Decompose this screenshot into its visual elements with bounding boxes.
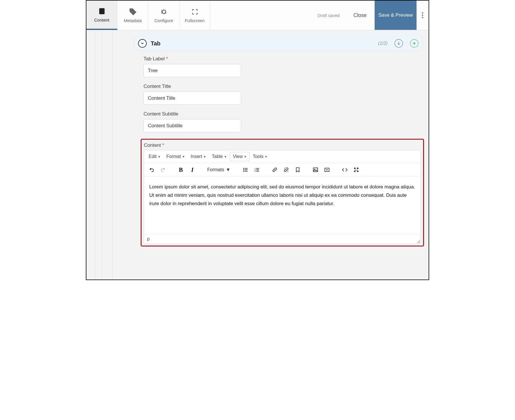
svg-point-6: [422, 15, 423, 16]
redo-icon: [160, 167, 166, 173]
tab-label-input[interactable]: [144, 64, 241, 77]
svg-rect-17: [256, 169, 259, 170]
numbered-list-button[interactable]: 123: [251, 165, 263, 175]
app-frame: Content Metadata Configure Fullscreen Dr…: [86, 0, 429, 280]
field-label: Content Title: [144, 84, 423, 89]
field-content-title: Content Title: [144, 84, 423, 105]
caret-down-icon: ▼: [182, 155, 185, 158]
collapse-toggle[interactable]: [138, 39, 147, 48]
undo-button[interactable]: [146, 165, 157, 175]
field-content-subtitle: Content Subtitle: [144, 111, 423, 132]
svg-text:3: 3: [254, 170, 255, 172]
save-preview-label: Save & Preview: [378, 12, 413, 19]
chevron-down-icon: [140, 41, 144, 45]
fullscreen-editor-button[interactable]: [351, 165, 362, 175]
svg-rect-15: [256, 168, 259, 169]
bullet-list-icon: [243, 167, 248, 173]
topbar: Content Metadata Configure Fullscreen Dr…: [86, 1, 429, 30]
editor-body[interactable]: Lorem ipsum dolor sit amet, consectetur …: [144, 177, 421, 234]
work-area: Tab (1/2) Tab Label * Content Title: [86, 30, 429, 280]
svg-point-12: [243, 171, 244, 172]
field-label: Tab Label *: [144, 56, 423, 62]
required-mark: *: [166, 56, 168, 61]
gear-icon: [160, 8, 168, 16]
draft-saved-status: Draft saved: [317, 13, 340, 18]
menu-format[interactable]: Format▼: [163, 152, 188, 161]
section-fields: Tab Label * Content Title Content Subtit…: [134, 56, 423, 132]
svg-point-7: [422, 17, 423, 18]
svg-point-10: [243, 169, 244, 170]
bold-button[interactable]: B: [175, 165, 187, 175]
menu-view[interactable]: View▼: [230, 152, 250, 161]
content-editor-highlight: Content * Edit▼ Format▼ Insert▼ Table▼ V…: [141, 139, 424, 246]
content-title-input[interactable]: [144, 92, 241, 105]
link-button[interactable]: [269, 165, 280, 175]
svg-rect-1: [100, 9, 104, 10]
editor-menubar: Edit▼ Format▼ Insert▼ Table▼ View▼ Tools…: [144, 150, 421, 163]
more-menu-button[interactable]: [417, 1, 429, 30]
add-item-button[interactable]: [410, 39, 419, 48]
svg-point-8: [243, 168, 244, 169]
section-counter: (1/2): [378, 41, 388, 46]
plus-icon: [412, 41, 417, 46]
nesting-gutters: [89, 30, 134, 280]
undo-icon: [149, 167, 154, 173]
media-button[interactable]: [321, 165, 333, 175]
formats-dropdown[interactable]: Formats▼: [204, 165, 233, 174]
content-subtitle-input[interactable]: [144, 119, 241, 132]
unlink-icon: [283, 167, 289, 173]
svg-rect-13: [245, 171, 247, 172]
tab-fullscreen[interactable]: Fullscreen: [179, 1, 210, 30]
move-down-button[interactable]: [394, 39, 403, 48]
rich-text-editor: Edit▼ Format▼ Insert▼ Table▼ View▼ Tools…: [144, 150, 421, 244]
italic-button[interactable]: I: [187, 165, 198, 175]
editor-path[interactable]: p: [147, 236, 150, 242]
tab-content[interactable]: Content: [86, 1, 117, 30]
image-icon: [313, 167, 318, 173]
italic-icon: I: [191, 166, 193, 174]
svg-rect-11: [245, 169, 247, 170]
image-button[interactable]: [310, 165, 321, 175]
menu-edit[interactable]: Edit▼: [146, 152, 163, 161]
caret-down-icon: ▼: [203, 155, 206, 158]
bookmark-icon: [295, 167, 301, 173]
redo-button[interactable]: [157, 165, 169, 175]
document-icon: [98, 7, 106, 15]
arrow-down-icon: [396, 41, 401, 46]
section-header-tab: Tab (1/2): [134, 36, 423, 51]
anchor-button[interactable]: [292, 165, 303, 175]
code-icon: [342, 167, 348, 173]
required-mark: *: [162, 142, 164, 148]
menu-tools[interactable]: Tools▼: [250, 152, 270, 161]
media-icon: [324, 167, 330, 173]
svg-point-5: [422, 12, 423, 14]
bold-icon: B: [179, 166, 183, 174]
tab-label: Fullscreen: [185, 18, 205, 23]
menu-insert[interactable]: Insert▼: [188, 152, 209, 161]
svg-rect-9: [245, 168, 247, 169]
tab-configure[interactable]: Configure: [148, 1, 179, 30]
save-preview-button[interactable]: Save & Preview: [375, 1, 417, 30]
svg-rect-3: [100, 12, 102, 13]
tab-label: Content: [94, 18, 109, 22]
fullscreen-icon: [191, 8, 199, 16]
bullet-list-button[interactable]: [240, 165, 251, 175]
svg-rect-2: [100, 11, 104, 11]
editor-toolbar: B I Formats▼ 123: [144, 163, 421, 177]
link-icon: [272, 167, 278, 173]
tab-metadata[interactable]: Metadata: [117, 1, 148, 30]
caret-down-icon: ▼: [226, 167, 231, 172]
svg-rect-19: [256, 171, 259, 172]
caret-down-icon: ▼: [265, 155, 268, 158]
menu-table[interactable]: Table▼: [209, 152, 230, 161]
field-label: Content *: [144, 142, 421, 148]
resize-grip[interactable]: [416, 239, 420, 243]
source-code-button[interactable]: [339, 165, 351, 175]
close-button[interactable]: Close: [345, 12, 375, 18]
numbered-list-icon: 123: [254, 167, 260, 173]
unlink-button[interactable]: [280, 165, 292, 175]
field-label: Content Subtitle: [144, 111, 423, 117]
expand-icon: [353, 167, 359, 173]
tab-label: Configure: [154, 18, 173, 23]
editor-statusbar: p: [144, 234, 421, 244]
